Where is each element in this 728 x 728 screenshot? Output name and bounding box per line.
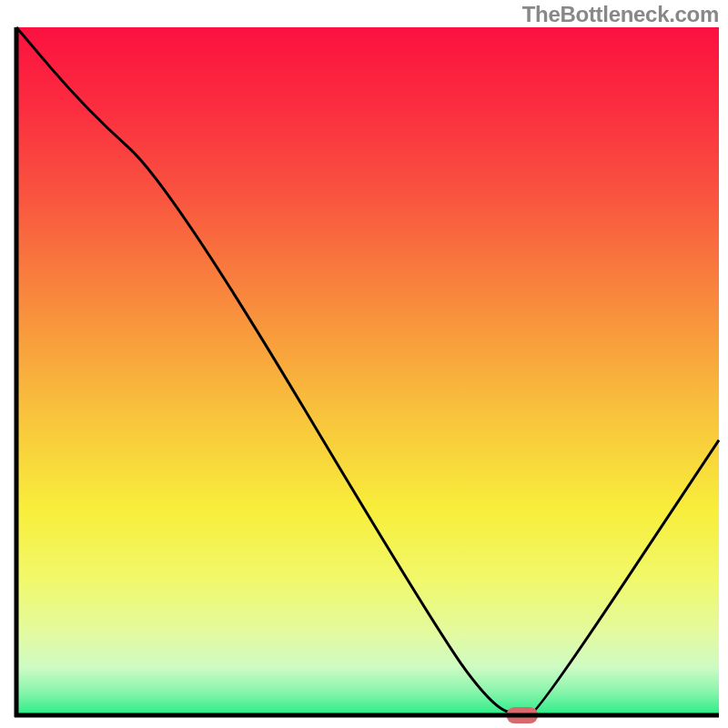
gradient-panel — [16, 27, 719, 715]
bottleneck-chart — [0, 0, 728, 728]
attribution-text: TheBottleneck.com — [522, 2, 719, 27]
chart-container: TheBottleneck.com — [0, 0, 728, 728]
